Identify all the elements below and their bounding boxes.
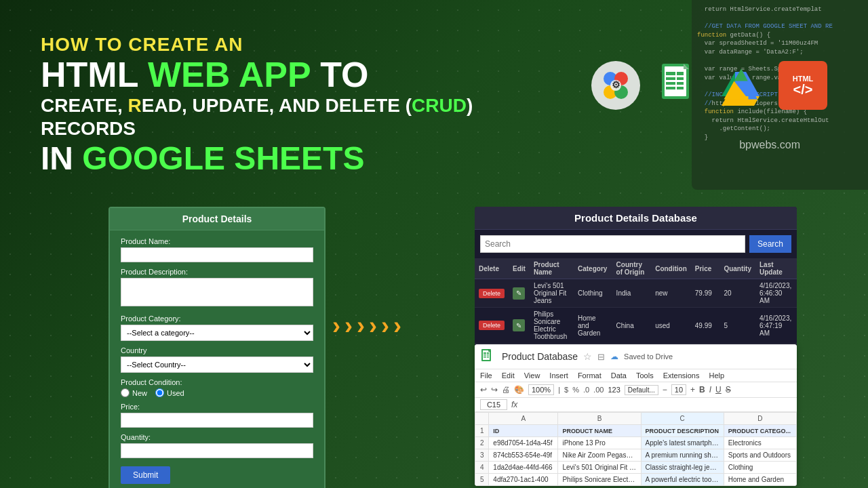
product-category-select[interactable]: --Select a category-- [121,325,313,341]
cell-product-2: Philips Sonicare Electric Toothbrush [530,308,574,344]
condition-new-radio[interactable] [121,388,130,397]
arrow-chevrons: › › › › › › [332,312,400,340]
cell-id-3[interactable]: 874cb553-654e-49f [489,449,558,462]
product-desc-input[interactable] [121,278,313,306]
menu-tools[interactable]: Tools [636,371,654,380]
toolbar-font-family[interactable]: Default... [625,385,658,395]
toolbar-redo-icon[interactable]: ↪ [491,385,498,394]
cell-id-2[interactable]: e98d7054-1d4a-45f [489,437,558,449]
submit-button[interactable]: Submit [121,466,170,484]
row-num-2: 2 [475,437,489,449]
sheets-star-icon[interactable]: ☆ [583,351,592,362]
toolbar-italic-icon[interactable]: I [709,385,711,394]
toolbar-decimal-icon[interactable]: .0 [583,386,589,394]
col-country: Country of Origin [612,258,652,279]
toolbar-underline-icon[interactable]: U [715,385,722,394]
svg-rect-31 [487,352,489,354]
cell-desc-4[interactable]: Classic straight-leg jeans made with du [641,462,724,474]
cell-update-2: 4/16/2023, 6:47:19 AM [755,308,797,344]
cell-name-2[interactable]: iPhone 13 Pro [558,437,641,449]
col-b[interactable]: B [558,413,641,425]
menu-file[interactable]: File [480,371,492,380]
cell-country-2: China [612,308,652,344]
menu-data[interactable]: Data [611,371,627,380]
cell-reference[interactable]: C15 [480,399,507,410]
toolbar-percent-icon[interactable]: % [572,386,579,394]
cell-name-3[interactable]: Nike Air Zoom Pegasus 38 [558,449,641,462]
database-search-input[interactable] [480,235,745,253]
edit-icon-2[interactable]: ✎ [513,319,525,331]
cell-name-4[interactable]: Levi's 501 Original Fit Jeans [558,462,641,474]
svg-rect-11 [666,77,675,80]
toolbar-fontsize-plus[interactable]: + [690,385,695,394]
col-c[interactable]: C [641,413,724,425]
cell-edit[interactable]: ✎ [509,308,530,344]
menu-edit[interactable]: Edit [502,371,515,380]
cell-cat-2[interactable]: Electronics [724,437,796,449]
html-brackets: </> [793,83,813,96]
cell-product-1: Levi's 501 Original Fit Jeans [530,279,574,308]
cell-desc-3[interactable]: A premium running shoe with responsiv [641,449,724,462]
menu-extensions[interactable]: Extensions [663,371,700,380]
cell-delete[interactable]: Delete [475,279,509,308]
menu-format[interactable]: Format [578,371,601,380]
header-product-cat: PRODUCT CATEGO... [724,425,796,437]
condition-new-text: New [132,389,147,397]
product-name-input[interactable] [121,247,313,262]
condition-used-radio[interactable] [155,388,164,397]
delete-button-2[interactable]: Delete [479,321,505,330]
country-label: Country [121,346,313,354]
price-input[interactable] [121,413,313,428]
menu-view[interactable]: View [524,371,540,380]
toolbar-undo-icon[interactable]: ↩ [480,385,487,394]
svg-text:⚙: ⚙ [612,79,620,90]
toolbar-zoom[interactable]: 100% [528,384,554,395]
google-drive-icon [716,61,765,110]
col-a[interactable]: A [489,413,558,425]
quantity-label: Quantity: [121,433,313,441]
edit-icon-1[interactable]: ✎ [513,287,525,300]
toolbar-fontsize-value[interactable]: 10 [671,384,686,395]
headline-main: HTML WEB APP TO [41,56,515,94]
cell-desc-2[interactable]: Apple's latest smartphone with an adva [641,437,724,449]
form-header: Product Details [110,208,324,230]
menu-insert[interactable]: Insert [549,371,568,380]
delete-button-1[interactable]: Delete [479,289,505,298]
toolbar-currency-icon[interactable]: $ [564,386,568,394]
cell-id-5[interactable]: 4dfa270-1ac1-400 [489,474,558,486]
svg-rect-14 [677,82,684,85]
row-num-1: 1 [475,425,489,437]
toolbar-paint-icon[interactable]: 🎨 [514,385,524,394]
sheets-table: A B C D 1 ID PRODUCT NAME PRODUCT DESCRI… [475,412,797,486]
sheets-data-row: 4 1da2d4ae-44fd-466 Levi's 501 Original … [475,462,797,474]
toolbar-fontsize-minus[interactable]: − [663,385,667,394]
menu-help[interactable]: Help [709,371,724,380]
cell-desc-5[interactable]: A powerful electric toothbrush with 5 br [641,474,724,486]
cell-name-5[interactable]: Philips Sonicare Electric Too... [558,474,641,486]
sheets-data-row: 3 874cb553-654e-49f Nike Air Zoom Pegasu… [475,449,797,462]
formula-input[interactable] [521,401,791,409]
condition-used-label: Used [155,388,184,397]
col-d[interactable]: D [724,413,796,425]
toolbar-decimal2-icon[interactable]: .00 [593,386,604,394]
condition-radio-group: New Used [121,388,313,397]
apps-script-icon: ⚙ [591,61,640,110]
sheets-panel: Product Database ☆ ⊟ ☁ Saved to Drive Fi… [475,344,797,486]
country-select[interactable]: --Select Country-- [121,357,313,373]
cell-edit[interactable]: ✎ [509,279,530,308]
toolbar-print-icon[interactable]: 🖨 [502,385,510,394]
sheets-data: A B C D 1 ID PRODUCT NAME PRODUCT DESCRI… [475,412,797,486]
col-price: Price [691,258,720,279]
cell-id-4[interactable]: 1da2d4ae-44fd-466 [489,462,558,474]
cell-delete[interactable]: Delete [475,308,509,344]
toolbar-strikethrough-icon[interactable]: S [726,385,731,394]
database-search-button[interactable]: Search [749,235,791,253]
sheets-data-row: 2 e98d7054-1d4a-45f iPhone 13 Pro Apple'… [475,437,797,449]
cell-cat-3[interactable]: Sports and Outdoors [724,449,796,462]
cell-cat-4[interactable]: Clothing [724,462,796,474]
cell-update-1: 4/16/2023, 6:46:30 AM [755,279,797,308]
quantity-input[interactable] [121,443,313,458]
toolbar-bold-icon[interactable]: B [699,385,705,394]
toolbar-percent-sign: | [558,386,560,394]
cell-cat-5[interactable]: Home and Garden [724,474,796,486]
